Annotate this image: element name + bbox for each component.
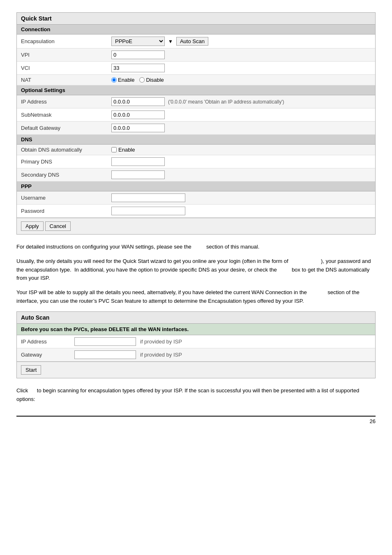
default-gateway-row: Default Gateway	[17, 122, 375, 135]
vci-input[interactable]	[111, 64, 165, 72]
nat-disable-radio[interactable]	[139, 77, 145, 83]
nat-radio-group: Enable Disable	[111, 77, 164, 83]
nat-enable-text: Enable	[118, 77, 134, 83]
autoscan-ip-input[interactable]	[74, 337, 136, 346]
secondary-dns-label: Secondary DNS	[21, 172, 111, 178]
page-footer: 26	[16, 416, 376, 424]
ip-address-label: IP Address	[21, 99, 111, 105]
subnetmask-input[interactable]	[111, 111, 165, 119]
ip-address-hint: ('0.0.0.0' means 'Obtain an IP address a…	[168, 99, 284, 105]
username-controls	[111, 193, 371, 202]
encapsulation-controls: PPPoE PPPoA 1483 Bridged 1483 Routed ▼ A…	[111, 37, 371, 46]
cancel-button[interactable]: Cancel	[45, 221, 71, 231]
auto-scan-box: Auto Scan Before you scan the PVCs, plea…	[16, 311, 376, 378]
vpi-row: VPI	[17, 48, 375, 62]
primary-dns-label: Primary DNS	[21, 159, 111, 165]
body-paragraph-3: Your ISP will be able to supply all the …	[16, 288, 376, 306]
obtain-dns-checkbox-label: Enable	[118, 147, 135, 153]
vci-label: VCI	[21, 65, 111, 71]
primary-dns-controls	[111, 157, 371, 166]
vpi-label: VPI	[21, 52, 111, 58]
encapsulation-row: Encapsulation PPPoE PPPoA 1483 Bridged 1…	[17, 35, 375, 48]
vci-row: VCI	[17, 62, 375, 75]
primary-dns-input[interactable]	[111, 157, 165, 166]
nat-label: NAT	[21, 77, 111, 83]
bottom-paragraph: Click to begin scanning for encapsulatio…	[16, 387, 376, 404]
start-button[interactable]: Start	[21, 365, 41, 375]
auto-scan-button[interactable]: Auto Scan	[176, 37, 208, 46]
encapsulation-label: Encapsulation	[21, 38, 111, 44]
username-row: Username	[17, 191, 375, 205]
password-label: Password	[21, 208, 111, 214]
secondary-dns-input[interactable]	[111, 170, 165, 179]
nat-controls: Enable Disable	[111, 77, 371, 83]
autoscan-gateway-input[interactable]	[74, 350, 136, 359]
ip-address-input[interactable]	[111, 97, 165, 106]
auto-scan-warning: Before you scan the PVCs, please DELETE …	[17, 324, 375, 335]
subnetmask-controls	[111, 111, 371, 119]
nat-enable-label[interactable]: Enable	[111, 77, 134, 83]
quick-start-button-row: Apply Cancel	[17, 218, 375, 234]
vci-controls	[111, 64, 371, 72]
nat-enable-radio[interactable]	[111, 77, 117, 83]
default-gateway-label: Default Gateway	[21, 125, 111, 131]
obtain-dns-checkbox-group: Enable	[111, 147, 135, 153]
body-paragraph-2: Usually, the only details you will need …	[16, 257, 376, 283]
subnetmask-label: SubNetmask	[21, 112, 111, 118]
quick-start-box: Quick Start Connection Encapsulation PPP…	[16, 12, 376, 235]
username-label: Username	[21, 195, 111, 201]
dns-section-title: DNS	[17, 135, 375, 145]
obtain-dns-controls: Enable	[111, 147, 371, 153]
nat-disable-label[interactable]: Disable	[139, 77, 164, 83]
obtain-dns-checkbox[interactable]	[111, 147, 117, 152]
autoscan-gateway-row: Gateway if provided by ISP	[17, 348, 375, 362]
obtain-dns-row: Obtain DNS automatically Enable	[17, 145, 375, 155]
quick-start-title: Quick Start	[17, 13, 375, 25]
nat-disable-text: Disable	[146, 77, 164, 83]
optional-settings-title: Optional Settings	[17, 85, 375, 95]
password-row: Password	[17, 205, 375, 218]
primary-dns-row: Primary DNS	[17, 155, 375, 168]
autoscan-ip-label: IP Address	[21, 339, 74, 345]
auto-scan-title: Auto Scan	[17, 312, 375, 324]
vpi-input[interactable]	[111, 51, 165, 59]
auto-scan-button-row: Start	[17, 362, 375, 378]
secondary-dns-row: Secondary DNS	[17, 168, 375, 182]
autoscan-gateway-hint: if provided by ISP	[140, 352, 182, 358]
ip-address-controls: ('0.0.0.0' means 'Obtain an IP address a…	[111, 97, 371, 106]
apply-button[interactable]: Apply	[21, 221, 44, 231]
autoscan-ip-row: IP Address if provided by ISP	[17, 335, 375, 348]
encapsulation-select[interactable]: PPPoE PPPoA 1483 Bridged 1483 Routed	[111, 37, 165, 46]
body-paragraph-1: For detailed instructions on configuring…	[16, 243, 376, 251]
secondary-dns-controls	[111, 170, 371, 179]
ip-address-row: IP Address ('0.0.0.0' means 'Obtain an I…	[17, 95, 375, 108]
username-input[interactable]	[111, 193, 185, 202]
password-input[interactable]	[111, 207, 185, 215]
default-gateway-controls	[111, 124, 371, 132]
autoscan-gateway-label: Gateway	[21, 352, 74, 358]
ppp-section-title: PPP	[17, 182, 375, 191]
obtain-dns-label: Obtain DNS automatically	[21, 147, 111, 153]
default-gateway-input[interactable]	[111, 124, 165, 132]
password-controls	[111, 207, 371, 215]
connection-section-title: Connection	[17, 25, 375, 35]
page-number: 26	[370, 418, 376, 424]
nat-row: NAT Enable Disable	[17, 75, 375, 85]
vpi-controls	[111, 51, 371, 59]
subnetmask-row: SubNetmask	[17, 108, 375, 122]
autoscan-ip-hint: if provided by ISP	[140, 339, 182, 345]
